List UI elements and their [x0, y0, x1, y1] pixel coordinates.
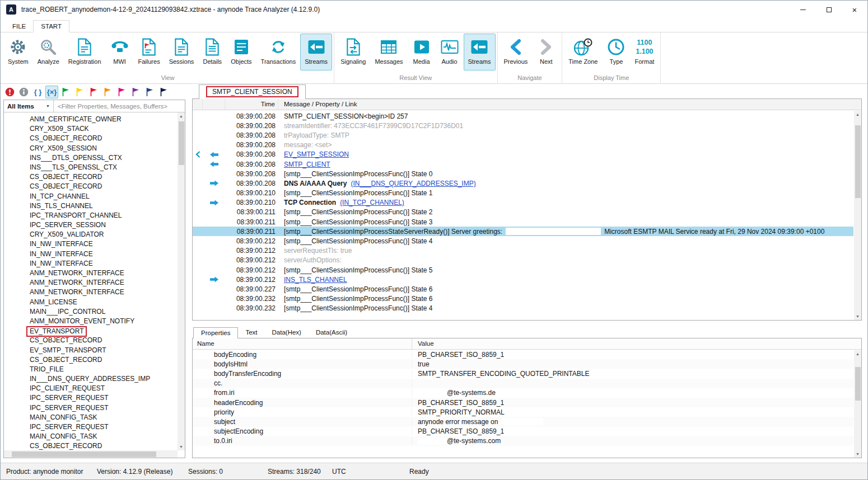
media-button[interactable]: Media — [408, 34, 436, 70]
list-item[interactable]: MAIN_CONFIG_TASK — [4, 413, 177, 422]
trace-row[interactable]: 08:39:00.232[smtp___ClientSessionImpProc… — [193, 304, 853, 313]
list-item[interactable]: ANM_NETWORK_INTERFACE — [4, 278, 177, 288]
flag-navy-button[interactable] — [157, 86, 170, 98]
list-item[interactable]: ANM_NETWORK_INTERFACE — [4, 269, 177, 278]
list-item[interactable]: IPC_SERVER_REQUEST — [4, 403, 177, 413]
trace-row[interactable]: 08:39:00.208SMTP_CLIENT_SESSION<begin>ID… — [193, 111, 853, 121]
vertical-scrollbar[interactable]: ▲ ▼ — [178, 112, 185, 450]
scroll-up-icon[interactable]: ▲ — [854, 350, 861, 357]
trace-row[interactable]: 08:39:00.212[smtp___ClientSessionImpProc… — [193, 236, 853, 246]
menu-tab-start[interactable]: START — [33, 20, 69, 32]
analyze-button[interactable]: Analyze — [33, 34, 64, 70]
audio-button[interactable]: Audio — [436, 34, 464, 70]
trace-link[interactable]: INS_TLS_CHANNEL — [284, 276, 347, 284]
list-item[interactable]: IPC_SERVER_REQUEST — [4, 422, 177, 432]
close-button[interactable]: × — [842, 1, 867, 18]
trace-row[interactable]: 08:39:00.208message: <set> — [193, 140, 853, 150]
tab-text[interactable]: Text — [238, 327, 264, 338]
list-item[interactable]: IPC_CLIENT_REQUEST — [4, 384, 177, 393]
scrollbar-thumb[interactable] — [855, 125, 861, 198]
braces-filter-button[interactable]: { } — [31, 86, 44, 98]
list-item[interactable]: CS_OBJECT_RECORD — [4, 441, 177, 451]
list-item[interactable]: IPC_SERVER_SESSION — [4, 220, 177, 230]
trace-row[interactable]: 08:39:00.208trPayloadType: SMTP — [193, 130, 853, 140]
list-item[interactable]: ANM_CERTIFICATE_OWNER — [4, 115, 177, 124]
details-button[interactable]: Details — [198, 34, 226, 70]
filter-input[interactable]: <Filter Properties, Messages, Buffers> — [54, 100, 185, 112]
property-row[interactable]: from.iri@te-systems.de — [193, 388, 853, 398]
previous-button[interactable]: Previous — [500, 34, 533, 70]
property-row[interactable]: subjectEncodingPB_CHARSET_ISO_8859_1 — [193, 427, 853, 436]
vertical-scrollbar[interactable]: ▲ ▼ — [854, 111, 861, 320]
tr ace-row[interactable]: 08:39:00.212serverRequestTls: true — [193, 246, 853, 256]
list-item[interactable]: ANM_LICENSE — [4, 298, 177, 307]
list-item[interactable]: CS_OBJECT_RECORD — [4, 336, 177, 345]
scroll-down-icon[interactable]: ▼ — [854, 450, 861, 458]
list-item[interactable]: CRY_X509_STACK — [4, 124, 177, 134]
property-row[interactable]: bodyEncodingPB_CHARSET_ISO_8859_1 — [193, 350, 853, 359]
flag-blue-button[interactable] — [143, 86, 156, 98]
horizontal-scrollbar[interactable] — [4, 450, 178, 458]
trace-row[interactable]: 08:39:00.208[smtp___ClientSessionImpProc… — [193, 169, 853, 178]
list-item-ev-transport[interactable]: EV_TRANSPORT — [4, 326, 177, 336]
all-items-dropdown[interactable]: All Items▼ — [4, 100, 54, 112]
list-item[interactable]: INS_TLS_CHANNEL — [4, 201, 177, 211]
trace-link[interactable]: EV_SMTP_SESSION — [284, 150, 349, 158]
flag-orange-button[interactable] — [101, 86, 114, 98]
trace-row[interactable]: 08:39:00.211[smtp___ClientSessionImpProc… — [193, 208, 853, 217]
flag-green-button[interactable] — [59, 86, 72, 98]
tab-data-hex[interactable]: Data(Hex) — [265, 327, 309, 338]
property-row[interactable]: prioritySMTP_PRIORITY_NORMAL — [193, 407, 853, 417]
type-button[interactable]: Type — [602, 34, 630, 70]
list-item[interactable]: IPC_SERVER_REQUEST — [4, 393, 177, 403]
streams-view-button[interactable]: Streams — [300, 34, 332, 70]
list-item[interactable]: MAIN_CONFIG_TASK — [4, 432, 177, 441]
list-item[interactable]: CRY_X509_VALIDATOR — [4, 230, 177, 239]
objects-button[interactable]: Objects — [226, 34, 256, 70]
trace-row[interactable]: 08:39:00.211[smtp___ClientSessionImpProc… — [193, 217, 853, 227]
list-item[interactable]: IN___DNS_QUERY_ADDRESSES_IMP — [4, 374, 177, 384]
list-item[interactable]: CS_OBJECT_RECORD — [4, 172, 177, 182]
list-item[interactable]: INS___TLS_OPENSSL_CTX — [4, 163, 177, 172]
system-button[interactable]: System — [3, 34, 33, 70]
trace-row[interactable]: 08:39:00.210[smtp___ClientSessionImpProc… — [193, 189, 853, 198]
signaling-button[interactable]: Signaling — [336, 34, 370, 70]
maximize-button[interactable] — [816, 1, 842, 18]
scroll-up-icon[interactable]: ▲ — [178, 112, 185, 120]
mwi-button[interactable]: MWI — [106, 34, 134, 70]
trace-row[interactable]: 08:39:00.212INS_TLS_CHANNEL — [193, 275, 853, 284]
trace-link[interactable]: (IN_TCP_CHANNEL) — [340, 199, 404, 206]
list-item[interactable]: ANM_NETWORK_INTERFACE — [4, 288, 177, 297]
registration-button[interactable]: Registration — [64, 34, 106, 70]
collapse-chevron-icon[interactable] — [193, 151, 203, 158]
minimize-button[interactable] — [790, 1, 816, 18]
trace-row[interactable]: 08:39:00.208SMTP_CLIENT — [193, 159, 853, 169]
trace-row[interactable]: 08:39:00.208EV_SMTP_SESSION — [193, 150, 853, 159]
failures-button[interactable]: Failures — [134, 34, 165, 70]
list-item[interactable]: TRIO_FILE — [4, 365, 177, 374]
property-row[interactable]: to.0.iri@te-systems.com — [193, 436, 853, 446]
tab-properties[interactable]: Properties — [193, 327, 238, 338]
list-item[interactable]: EV_SMTP_TRANSPORT — [4, 346, 177, 355]
scroll-down-icon[interactable]: ▼ — [178, 443, 185, 450]
scroll-down-icon[interactable]: ▼ — [854, 313, 861, 320]
info-marker-button[interactable] — [17, 86, 30, 98]
property-row[interactable]: subjectanynode error message on — [193, 417, 853, 426]
property-row[interactable]: headerEncodingPB_CHARSET_ISO_8859_1 — [193, 398, 853, 407]
menu-tab-file[interactable]: FILE — [5, 21, 33, 32]
column-header-name[interactable]: Name — [193, 338, 412, 349]
list-item[interactable]: CRY_X509_SESSION — [4, 144, 177, 153]
scrollbar-thumb[interactable] — [179, 121, 184, 165]
list-item[interactable]: ANM_MONITOR_EVENT_NOTIFY — [4, 317, 177, 326]
column-header-value[interactable]: Value — [412, 338, 861, 349]
list-item[interactable]: MAIN___IPC_CONTROL — [4, 307, 177, 317]
list-item[interactable]: IN_TCP_CHANNEL — [4, 192, 177, 201]
column-header-time[interactable]: Time — [225, 99, 278, 110]
flag-magenta-button[interactable] — [115, 86, 128, 98]
flag-red-button[interactable] — [87, 86, 100, 98]
flag-yellow-button[interactable] — [73, 86, 86, 98]
time-zone-button[interactable]: Time Zone — [564, 34, 602, 70]
flag-purple-button[interactable] — [129, 86, 142, 98]
property-row[interactable]: bodyIsHtmltrue — [193, 359, 853, 369]
vertical-scrollbar[interactable]: ▲ ▼ — [854, 350, 861, 458]
